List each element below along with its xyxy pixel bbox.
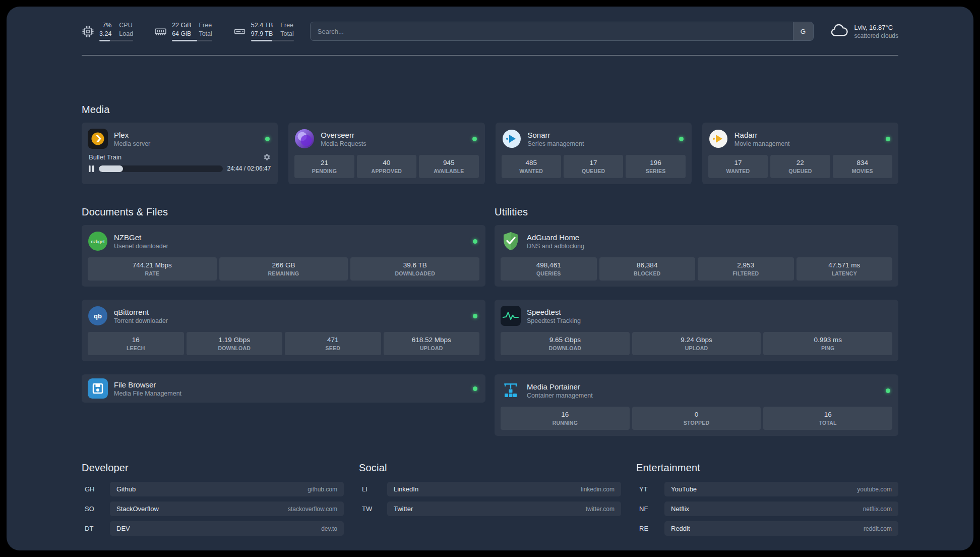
stat-label: SERIES [646,168,666,174]
service-link-radarr[interactable]: Radarr Movie management [708,129,892,149]
disk-free-value: 52.4 TB [251,21,273,29]
bookmark-group-entertainment: Entertainment YT YouTube youtube.com NF … [636,462,898,536]
bookmark-url: youtube.com [857,486,892,493]
svg-text:nzbget: nzbget [91,239,105,244]
cpu-load-label: Load [119,30,133,38]
search-provider-button[interactable]: G [793,22,813,40]
stat-overseerr-available: 945 AVAILABLE [419,155,478,178]
bookmark-link-netflix[interactable]: Netflix netflix.com [664,502,898,516]
service-description: DNS and adblocking [527,243,584,250]
top-bar: 7% CPU 3.24 Load [82,21,898,42]
stat-label: UPLOAD [420,345,443,351]
plex-now-playing: Bullet Train 24:44 / 02:06:47 [88,153,272,172]
bookmark-link-twitter[interactable]: Twitter twitter.com [387,502,621,516]
radarr-icon [708,129,728,149]
nzbget-icon: nzbget [88,231,108,251]
service-card-overseerr: Overseerr Media Requests 21 PENDING 40 A… [288,123,484,184]
service-link-plex[interactable]: Plex Media server [88,129,272,149]
service-name: Sonarr [528,131,584,139]
bookmark-link-stackoverflow[interactable]: StackOverflow stackoverflow.com [110,502,344,516]
service-description: Media server [114,140,150,147]
service-description: Series management [528,140,584,147]
stat-qbittorrent-leech: 16 LEECH [88,332,184,355]
playback-time: 24:44 / 02:06:47 [227,165,271,172]
service-link-portainer[interactable]: Media Portainer Container management [501,380,892,401]
service-description: Container management [527,392,593,399]
service-link-sonarr[interactable]: Sonarr Series management [502,129,686,149]
service-link-adguard[interactable]: AdGuard Home DNS and adblocking [501,231,892,251]
memory-free-value: 22 GiB [172,21,191,29]
bookmark-url: reddit.com [864,525,892,532]
memory-total-label: Total [199,30,212,38]
service-link-overseerr[interactable]: Overseerr Media Requests [294,129,478,149]
stat-sonarr-series: 196 SERIES [626,155,685,178]
service-link-nzbget[interactable]: nzbget NZBGet Usenet downloader [88,231,479,251]
memory-usage-bar [172,40,212,41]
service-name: Media Portainer [527,382,593,391]
bookmark-abbr: NF [636,502,657,516]
cloud-icon [830,21,849,42]
section-title-utilities: Utilities [495,206,898,218]
stat-value: 471 [327,336,339,344]
stat-label: QUERIES [536,270,561,276]
bookmark-link-dev[interactable]: DEV dev.to [110,521,344,536]
bookmark-group-developer: Developer GH Github github.com SO StackO… [82,462,344,536]
service-name: Radarr [734,131,790,139]
playback-progress-bar[interactable] [99,165,223,172]
section-media: Media Plex Media server [82,104,898,184]
stat-value: 86,384 [637,261,657,269]
stat-value: 47.571 ms [828,261,860,269]
weather-condition: scattered clouds [854,32,898,39]
memory-total-value: 64 GiB [172,30,191,38]
stat-label: QUEUED [582,168,605,174]
bookmark-link-youtube[interactable]: YouTube youtube.com [664,482,898,496]
stat-value: 16 [561,411,569,418]
pause-icon[interactable] [89,165,94,172]
service-link-filebrowser[interactable]: File Browser Media File Management [88,378,479,399]
stat-label: PENDING [312,168,337,174]
stat-label: SEED [326,345,340,351]
service-description: Media Requests [321,140,366,147]
bookmark-url: twitter.com [586,506,615,513]
stat-nzbget-rate: 744.21 Mbps RATE [88,257,217,281]
section-title-media: Media [82,104,898,116]
service-name: File Browser [114,380,181,389]
cpu-icon [82,25,94,38]
stat-label: APPROVED [372,168,402,174]
stat-label: BLOCKED [634,270,660,276]
status-dot [473,239,477,244]
status-dot [886,137,890,141]
search-input[interactable] [311,22,793,40]
stat-value: 21 [321,159,328,166]
bookmark-netflix: NF Netflix netflix.com [636,502,898,516]
weather-widget: Lviv, 16.87°C scattered clouds [830,21,898,42]
section-title-entertainment: Entertainment [636,462,898,474]
service-card-radarr: Radarr Movie management 17 WANTED 22 QUE… [702,123,898,184]
section-utilities: Utilities AdGuard Home DNS and adblockin… [495,206,898,436]
stat-radarr-movies: 834 MOVIES [833,155,892,178]
bookmark-name: YouTube [671,485,697,493]
service-description: Speedtest Tracking [527,317,581,324]
service-name: NZBGet [114,233,168,242]
gear-icon[interactable] [263,153,271,161]
bookmark-link-reddit[interactable]: Reddit reddit.com [664,521,898,536]
resource-widgets: 7% CPU 3.24 Load [82,21,294,41]
bookmark-link-linkedin[interactable]: LinkedIn linkedin.com [387,482,621,496]
bookmark-stackoverflow: SO StackOverflow stackoverflow.com [82,502,344,516]
stat-label: DOWNLOADED [395,270,435,276]
stat-value: 834 [857,159,869,166]
stat-value: 266 GB [272,261,295,269]
stat-value: 39.6 TB [403,261,427,269]
cpu-usage-label: CPU [119,21,133,29]
service-link-qbittorrent[interactable]: qb qBittorrent Torrent downloader [88,306,479,326]
service-link-speedtest[interactable]: Speedtest Speedtest Tracking [501,306,892,326]
status-dot [679,137,684,141]
topbar-divider [82,55,898,55]
bookmark-link-github[interactable]: Github github.com [110,482,344,496]
service-card-qbittorrent: qb qBittorrent Torrent downloader 16 [82,300,485,361]
service-card-plex: Plex Media server Bullet Train [82,123,278,184]
plex-icon [88,129,108,149]
disk-icon [233,25,246,38]
stat-portainer-total: 16 TOTAL [763,407,892,430]
stat-label: LATENCY [832,270,857,276]
